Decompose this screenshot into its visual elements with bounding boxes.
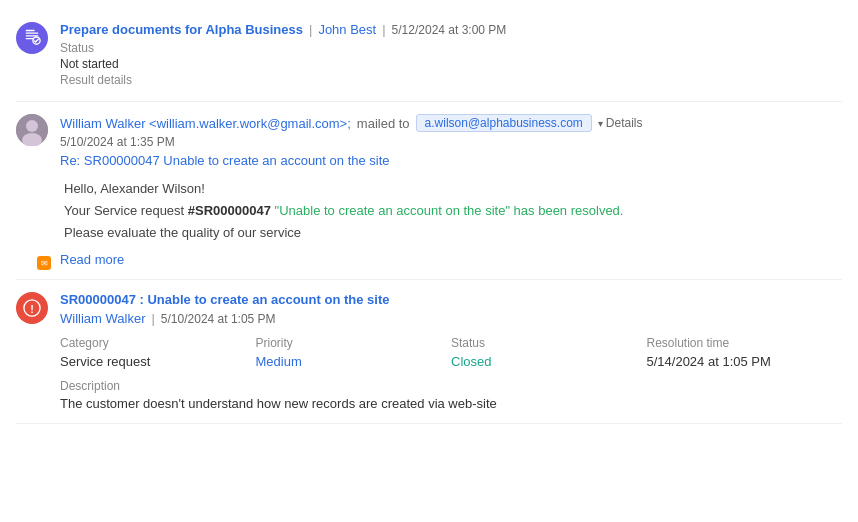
- read-more-link[interactable]: Read more: [60, 252, 124, 267]
- task-result-label: Result details: [60, 73, 132, 87]
- task-status-label: Status: [60, 41, 94, 55]
- email-badge-icon: ✉: [37, 256, 51, 270]
- sr-avatar: !: [16, 292, 48, 324]
- sr-date: 5/10/2024 at 1:05 PM: [161, 312, 276, 326]
- task-content: Prepare documents for Alpha Business | J…: [60, 22, 842, 89]
- task-date: 5/12/2024 at 3:00 PM: [392, 23, 507, 37]
- email-content: William Walker <william.walker.work@gmai…: [60, 114, 842, 267]
- task-author: John Best: [318, 22, 376, 37]
- email-recipient: a.wilson@alphabusiness.com: [416, 114, 592, 132]
- email-mailed-to: mailed to: [357, 116, 410, 131]
- task-title[interactable]: Prepare documents for Alpha Business: [60, 22, 303, 37]
- sr-title[interactable]: SR00000047 : Unable to create an account…: [60, 292, 389, 307]
- sr-priority-label: Priority: [256, 336, 452, 350]
- svg-text:!: !: [30, 303, 34, 315]
- sr-description-value: The customer doesn't understand how new …: [60, 396, 842, 411]
- task-activity-item: Prepare documents for Alpha Business | J…: [16, 10, 842, 102]
- task-header: Prepare documents for Alpha Business | J…: [60, 22, 842, 37]
- sr-header: SR00000047 : Unable to create an account…: [60, 292, 842, 307]
- svg-point-6: [26, 120, 38, 132]
- sr-status-value: Closed: [451, 354, 647, 369]
- sr-meta-row: Category Service request Priority Medium…: [60, 336, 842, 369]
- sr-priority-col: Priority Medium: [256, 336, 452, 369]
- sr-category-label: Category: [60, 336, 256, 350]
- sr-separator: |: [151, 311, 154, 326]
- email-body-post: "Unable to create an account on the site…: [271, 203, 624, 218]
- task-avatar: [16, 22, 48, 54]
- details-label: Details: [606, 116, 643, 130]
- task-status-row: Status: [60, 41, 842, 55]
- chevron-down-icon: ▾: [598, 118, 603, 129]
- email-subject[interactable]: Re: SR00000047 Unable to create an accou…: [60, 153, 842, 168]
- task-separator: |: [309, 22, 312, 37]
- svg-rect-0: [26, 29, 35, 30]
- email-avatar: [16, 114, 48, 146]
- email-body: Hello, Alexander Wilson! Your Service re…: [60, 178, 842, 244]
- sr-status-label: Status: [451, 336, 647, 350]
- sr-activity-item: ! SR00000047 : Unable to create an accou…: [16, 280, 842, 424]
- email-from: William Walker <william.walker.work@gmai…: [60, 116, 351, 131]
- task-avatar-icon: [23, 28, 41, 49]
- sr-status-col: Status Closed: [451, 336, 647, 369]
- sr-content: SR00000047 : Unable to create an account…: [60, 292, 842, 411]
- email-body-line3: Please evaluate the quality of our servi…: [64, 222, 842, 244]
- sr-author-row: William Walker | 5/10/2024 at 1:05 PM: [60, 311, 842, 326]
- sr-author: William Walker: [60, 311, 145, 326]
- sr-resolution-value: 5/14/2024 at 1:05 PM: [647, 354, 843, 369]
- email-body-line2: Your Service request #SR00000047 "Unable…: [64, 200, 842, 222]
- sr-resolution-label: Resolution time: [647, 336, 843, 350]
- sr-description-label: Description: [60, 379, 842, 393]
- svg-rect-1: [26, 32, 39, 33]
- email-body-pre: Your Service request: [64, 203, 188, 218]
- sr-priority-value: Medium: [256, 354, 452, 369]
- email-avatar-wrapper: ✉: [16, 114, 48, 267]
- sr-resolution-col: Resolution time 5/14/2024 at 1:05 PM: [647, 336, 843, 369]
- task-status-value-row: Not started: [60, 57, 842, 71]
- sr-category-col: Category Service request: [60, 336, 256, 369]
- email-body-line1: Hello, Alexander Wilson!: [64, 178, 842, 200]
- task-status-value: Not started: [60, 57, 119, 71]
- sr-category-value: Service request: [60, 354, 256, 369]
- email-date: 5/10/2024 at 1:35 PM: [60, 135, 842, 149]
- email-sr-number: #SR00000047: [188, 203, 271, 218]
- details-button[interactable]: ▾ Details: [598, 116, 643, 130]
- task-separator2: |: [382, 22, 385, 37]
- task-result-row: Result details: [60, 73, 842, 87]
- email-header: William Walker <william.walker.work@gmai…: [60, 114, 842, 132]
- email-activity-item: ✉ William Walker <william.walker.work@gm…: [16, 102, 842, 280]
